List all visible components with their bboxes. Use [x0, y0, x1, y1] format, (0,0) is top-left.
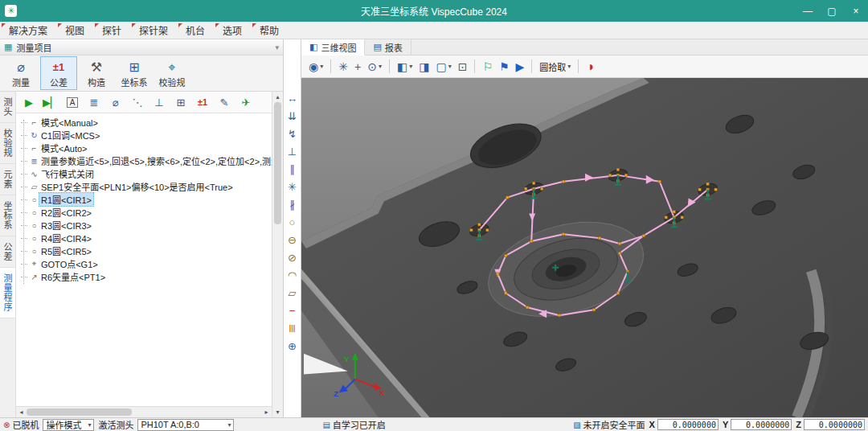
- circle-pick-dropdown[interactable]: 圆拾取▾: [538, 60, 572, 74]
- maximize-button[interactable]: ▢: [820, 0, 844, 22]
- clearance-button[interactable]: ⊥: [149, 93, 170, 111]
- bars-tool-icon[interactable]: Ⅲ: [289, 321, 296, 339]
- active-probe-label: 激活测头: [98, 418, 133, 431]
- plane-tool-icon[interactable]: ▱: [289, 285, 297, 303]
- measure-element-button[interactable]: ⌀: [105, 93, 126, 111]
- title-bar: ✳ 天准三坐标系统 VispecCube 2024 — ▢ ×: [0, 0, 868, 22]
- tolerance-button[interactable]: ±1 公差: [40, 56, 77, 90]
- tab-measure-program[interactable]: 测量程序: [0, 268, 15, 318]
- plane-icon: ▱: [29, 183, 39, 191]
- zoom-fit-button[interactable]: ⊡: [457, 60, 469, 74]
- vertical-scrollbar[interactable]: ▴ ▾: [272, 92, 283, 417]
- flag-icon: ⚑: [499, 60, 510, 73]
- tree-row-r2-circle[interactable]: ○R2圆<CIR2>: [21, 206, 272, 219]
- close-button[interactable]: ×: [844, 0, 868, 22]
- visibility-button[interactable]: ◉▾: [307, 60, 325, 74]
- tree-row-c1-recall[interactable]: ↻C1回调<MCS>: [21, 129, 272, 142]
- menu-options[interactable]: 选项: [214, 22, 251, 39]
- operation-mode-dropdown[interactable]: 操作模式 ▾: [43, 419, 94, 431]
- move-cross-button[interactable]: +: [353, 60, 362, 74]
- coordinate-x: X 0.0000000: [649, 419, 719, 430]
- menu-help[interactable]: 帮助: [251, 22, 288, 39]
- run-button[interactable]: ▶: [18, 93, 39, 111]
- view-cube-button[interactable]: ◧▾: [395, 60, 414, 74]
- circle-minus-icon[interactable]: ⊖: [288, 232, 297, 250]
- tab-elements[interactable]: 元素: [0, 164, 15, 195]
- geometry-tool-strip: ↔ ⇊ ↯ ⊥ ∥ ✳ ∦ ○ ⊖ ⊘ ◠ ▱ − Ⅲ ⊕: [284, 39, 301, 417]
- circle-tool-icon[interactable]: ○: [289, 215, 296, 232]
- tolerance-icon: ±1: [53, 59, 64, 76]
- tree-row-fly-mode[interactable]: ∿飞行模式关闭: [21, 167, 272, 180]
- app-logo-icon: ✳: [5, 5, 17, 17]
- measure-button[interactable]: ⌀ 测量: [2, 56, 39, 90]
- fly-mode-button[interactable]: ✈: [235, 93, 256, 111]
- tab-coordinate-systems[interactable]: 坐标系: [0, 195, 15, 236]
- tree-row-r1-circle[interactable]: ○R1圆<CIR1>: [21, 193, 272, 206]
- offline-label: 已脱机: [12, 418, 39, 431]
- line-tool-icon[interactable]: −: [289, 303, 296, 321]
- horizontal-scrollbar[interactable]: ◂ ▸: [16, 406, 272, 417]
- gauge-check-button[interactable]: ⌖ 校验规: [154, 56, 190, 90]
- cross-move-icon[interactable]: ✳: [288, 179, 297, 197]
- tab-gauge[interactable]: 校验规: [0, 123, 15, 164]
- ribbon-toolbar: ⌀ 测量 ±1 公差 ⚒ 构造 ⊞ 坐标系 ⌖ 校验规: [0, 55, 283, 92]
- rotate-circle-icon[interactable]: ⊕: [288, 339, 297, 356]
- perpendicular-icon[interactable]: ⊥: [288, 144, 297, 162]
- scroll-up-icon[interactable]: ▴: [276, 92, 279, 102]
- tolerance-item-button[interactable]: ±1: [192, 93, 213, 111]
- tab-3d-view[interactable]: ◧ 三维视图: [301, 39, 365, 55]
- circle-slash-icon[interactable]: ⊘: [288, 250, 297, 268]
- construct-button[interactable]: ⚒ 构造: [78, 56, 115, 90]
- menu-solution[interactable]: 解决方案: [0, 22, 56, 39]
- scrollbar-thumb[interactable]: [27, 408, 132, 416]
- tree-row-mode-auto[interactable]: ⌐模式<Auto>: [21, 142, 272, 154]
- menu-machine[interactable]: 机台: [177, 22, 214, 39]
- scroll-down-icon[interactable]: ▾: [276, 407, 279, 417]
- tab-probe[interactable]: 测头: [0, 92, 15, 123]
- menu-view[interactable]: 视图: [56, 22, 93, 39]
- edit-button[interactable]: ✎: [214, 93, 235, 111]
- 3d-viewport[interactable]: Y X Z: [301, 78, 868, 417]
- parallel-icon[interactable]: ∥: [289, 162, 295, 179]
- tab-report[interactable]: ▤ 报表: [365, 39, 411, 55]
- tree-row-goto-point[interactable]: ⌖GOTO点<G1>: [21, 257, 272, 270]
- scrollbar-thumb[interactable]: [274, 102, 281, 224]
- section-button[interactable]: ◨: [417, 60, 431, 74]
- tree-row-r3-circle[interactable]: ○R3圆<CIR3>: [21, 219, 272, 232]
- tree-row-measure-params[interactable]: ≣测量参数逼近<5>,回退<5>,搜索<6>,定位<2>,定位加<2>,测量..…: [21, 154, 272, 167]
- flag-button[interactable]: ⚑: [497, 60, 511, 74]
- x-value: 0.0000000: [657, 419, 719, 430]
- tree-row-r5-circle[interactable]: ○R5圆<CIR5>: [21, 244, 272, 257]
- arc-tool-icon[interactable]: ◠: [288, 268, 297, 285]
- coordinate-system-button[interactable]: ⊞ 坐标系: [116, 56, 153, 90]
- circle-icon: ○: [29, 208, 39, 217]
- chevron-down-icon: ▾: [448, 63, 452, 70]
- hierarchy-button[interactable]: ⊞: [170, 93, 191, 111]
- pan-button[interactable]: ✳: [337, 60, 350, 74]
- display-options-button[interactable]: ⊙▾: [366, 60, 383, 74]
- parameters-button[interactable]: ≣: [84, 93, 104, 111]
- active-probe-dropdown[interactable]: PH10T A:0,B:0 ▾: [137, 419, 234, 431]
- tree-row-r4-circle[interactable]: ○R4圆<CIR4>: [21, 232, 272, 244]
- indicator-button[interactable]: ◑: [584, 59, 596, 75]
- path-button[interactable]: ⋱: [127, 93, 148, 111]
- step-down-icon[interactable]: ⇊: [288, 109, 297, 126]
- tree-row-safety-plane[interactable]: ▱SEP1安全平面<PLN1>偏移<10>是否启用<True>: [21, 180, 272, 193]
- tree-row-mode-manual[interactable]: ⌐模式<Manual>: [21, 116, 272, 129]
- tag-button[interactable]: ⚐: [481, 60, 494, 74]
- menu-probe-rack[interactable]: 探针架: [130, 22, 177, 39]
- scroll-right-icon[interactable]: ▸: [261, 408, 272, 416]
- scroll-left-icon[interactable]: ◂: [16, 408, 27, 416]
- select-box-button[interactable]: ▢▾: [434, 60, 452, 74]
- chevron-down-icon[interactable]: ▾: [275, 43, 279, 51]
- tab-tolerance[interactable]: 公差: [0, 236, 15, 268]
- zigzag-path-icon[interactable]: ↯: [288, 126, 297, 144]
- menu-probe[interactable]: 探针: [93, 22, 130, 39]
- run-view-button[interactable]: ▶: [514, 60, 526, 74]
- minimize-button[interactable]: —: [796, 0, 820, 22]
- label-button[interactable]: A: [62, 93, 83, 111]
- double-slash-icon[interactable]: ∦: [289, 197, 295, 215]
- run-step-button[interactable]: ▶▏: [40, 93, 61, 111]
- fit-horizontal-icon[interactable]: ↔: [287, 91, 297, 109]
- tree-row-r6-vector-point[interactable]: ↗R6矢量点<PT1>: [21, 270, 272, 283]
